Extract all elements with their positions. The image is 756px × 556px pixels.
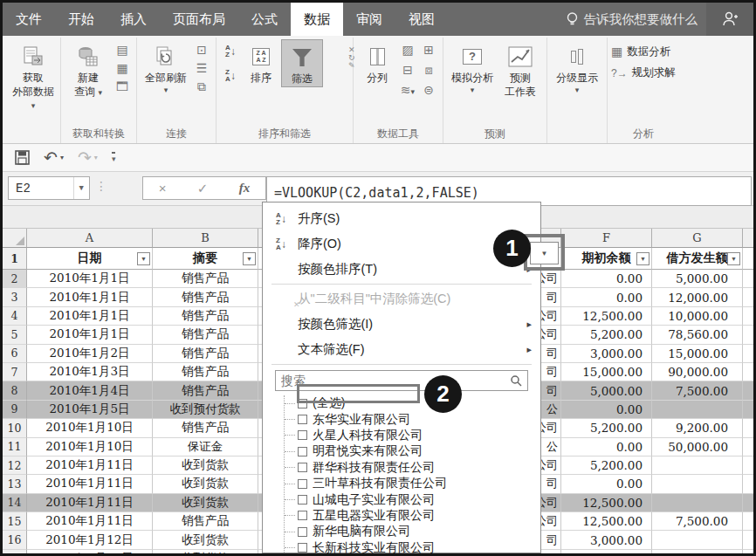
row-number[interactable]: 8 xyxy=(3,381,27,400)
cell-opening-balance[interactable]: 12,500.00 xyxy=(561,512,652,531)
insert-function-button[interactable]: fx xyxy=(239,181,251,196)
column-header-f[interactable]: F xyxy=(561,229,652,248)
cancel-button[interactable]: × xyxy=(159,181,167,196)
cell-summary[interactable]: 销售产品 xyxy=(153,512,258,531)
cell-opening-balance[interactable]: 0.00 xyxy=(561,288,652,306)
consolidate-icon[interactable]: ⊞ xyxy=(423,44,434,58)
cell-opening-balance[interactable]: 3,000.00 xyxy=(561,531,652,549)
cell-opening-balance[interactable]: 0.00 xyxy=(561,475,652,493)
cell-summary[interactable]: 收到货款 xyxy=(153,550,258,553)
ribbon-tab[interactable]: 视图 xyxy=(395,3,448,36)
get-external-data-button[interactable]: 获取 外部数据 ▾ xyxy=(10,39,57,113)
data-analysis-button[interactable]: ▦ 数据分析 xyxy=(611,45,676,59)
column-header-h[interactable] xyxy=(743,229,753,248)
cell-date[interactable]: 2010年1月3日 xyxy=(27,363,153,381)
row-number[interactable]: 11 xyxy=(3,438,27,456)
save-button[interactable] xyxy=(15,150,30,165)
filter-dropdown-summary[interactable]: ▼ xyxy=(243,252,256,265)
cell-summary[interactable]: 销售产品 xyxy=(153,288,258,306)
row-number[interactable]: 17 xyxy=(3,550,27,553)
cell-summary[interactable]: 收到货款 xyxy=(153,475,258,493)
menu-item-sort-ascending[interactable]: AZ↓ 升序(S) xyxy=(263,206,540,231)
row-number[interactable]: 6 xyxy=(3,345,27,363)
cell-debit-amount[interactable]: 78,560.00 xyxy=(652,326,743,344)
cell-date[interactable]: 2010年1月11日 xyxy=(27,494,153,512)
ribbon-tab[interactable]: 开始 xyxy=(55,3,107,36)
from-table-icon[interactable]: ▦ xyxy=(116,62,127,76)
filter-checkbox-item[interactable]: 三叶草科技有限责任公司 xyxy=(285,476,528,491)
cell-debit-amount[interactable]: 15,000.00 xyxy=(652,345,743,363)
menu-item-text-filters[interactable]: 文本筛选(F) ▸ xyxy=(263,337,540,362)
cell-date[interactable]: 2010年1月11日 xyxy=(27,512,153,531)
cell-date[interactable]: 2010年1月11日 xyxy=(27,475,153,493)
checkbox-icon[interactable] xyxy=(298,447,307,456)
sort-descending-icon[interactable]: ZA↓ xyxy=(225,69,236,83)
cell-date[interactable]: 2010年1月1日 xyxy=(27,307,153,326)
name-box-caret[interactable]: ▼ xyxy=(73,177,89,199)
cell-summary[interactable]: 收到货款 xyxy=(153,456,258,475)
show-queries-icon[interactable]: ▤ xyxy=(116,44,127,58)
cell-date[interactable]: 2010年1月13日 xyxy=(27,550,153,553)
menu-item-clear-filter[interactable]: ✕ 从"二级科目"中清除筛选(C) xyxy=(263,286,540,312)
manage-data-model-icon[interactable]: ⊜ xyxy=(423,84,434,98)
cell-debit-amount[interactable] xyxy=(652,475,743,493)
header-cell-summary[interactable]: 摘要 ▼ xyxy=(153,248,258,270)
cell-opening-balance[interactable]: 15,000.00 xyxy=(561,363,652,381)
filter-dropdown-account[interactable]: ▼ xyxy=(530,242,559,264)
cell-date[interactable]: 2010年1月12日 xyxy=(27,531,153,549)
filter-button[interactable]: 筛选 xyxy=(281,39,323,87)
row-number[interactable]: 12 xyxy=(3,456,27,475)
cell-debit-amount[interactable] xyxy=(652,401,743,419)
filter-checkbox-item[interactable]: 新华电脑有限公司 xyxy=(285,524,528,539)
checkbox-icon[interactable] xyxy=(298,479,307,489)
row-number[interactable]: 4 xyxy=(3,307,27,326)
checkbox-icon[interactable] xyxy=(298,495,307,505)
cell-debit-amount[interactable] xyxy=(652,550,743,553)
ribbon-tab[interactable]: 文件 xyxy=(3,3,55,36)
select-all-corner[interactable] xyxy=(3,229,27,248)
ribbon-tab[interactable]: 数据 xyxy=(291,3,343,36)
cell-debit-amount[interactable] xyxy=(652,494,743,512)
cell-debit-amount[interactable]: 7,500.00 xyxy=(652,381,743,400)
refresh-all-button[interactable]: 全部刷新 ▾ xyxy=(141,39,191,95)
cell-summary[interactable]: 销售产品 xyxy=(153,270,258,288)
new-query-button[interactable]: 新建 查询 ▾ xyxy=(65,39,112,99)
cell-date[interactable]: 2010年1月10日 xyxy=(27,438,153,456)
cell-summary[interactable]: 收到货款 xyxy=(153,494,258,512)
row-number[interactable]: 13 xyxy=(3,475,27,493)
row-number[interactable]: 16 xyxy=(3,531,27,549)
cell-opening-balance[interactable]: 3,000.00 xyxy=(561,345,652,363)
cell-summary[interactable]: 销售产品 xyxy=(153,307,258,326)
cell-summary[interactable]: 收到预付货款 xyxy=(153,401,258,419)
cell-date[interactable]: 2010年1月1日 xyxy=(27,270,153,288)
cell-opening-balance[interactable]: 5,200.00 xyxy=(561,456,652,475)
name-box[interactable]: E2 ▼ xyxy=(8,176,90,200)
forecast-sheet-button[interactable]: 预测 工作表 xyxy=(498,39,543,99)
cell-debit-amount[interactable]: 7,500.00 xyxy=(652,512,743,531)
cell-date[interactable]: 2010年1月1日 xyxy=(27,326,153,344)
relationships-icon[interactable]: ⧈ xyxy=(425,64,433,78)
header-cell-date[interactable]: 日期 ▼ xyxy=(27,248,153,270)
ribbon-tab[interactable]: 插入 xyxy=(107,3,160,36)
column-header-a[interactable]: A xyxy=(27,229,153,248)
edit-links-icon[interactable]: ⧉ xyxy=(197,80,206,94)
column-header-b[interactable]: B xyxy=(153,229,258,248)
cell-opening-balance[interactable] xyxy=(561,550,652,553)
cell-date[interactable]: 2010年1月5日 xyxy=(27,401,153,419)
checkbox-icon[interactable] xyxy=(298,527,307,537)
row-number[interactable]: 5 xyxy=(3,326,27,344)
row-number[interactable]: 2 xyxy=(3,270,27,288)
filter-checkbox-item[interactable]: 山城电子实业有限公司 xyxy=(285,491,528,507)
outline-button[interactable]: 分级显示 ▾ xyxy=(551,39,603,95)
cell-date[interactable]: 2010年1月11日 xyxy=(27,456,153,475)
text-to-columns-button[interactable]: 分列 xyxy=(357,39,397,86)
cell-summary[interactable]: 销售产品 xyxy=(153,381,258,400)
cell-opening-balance[interactable]: 0.00 xyxy=(561,270,652,288)
checkbox-icon[interactable] xyxy=(298,543,307,553)
row-number[interactable]: 14 xyxy=(3,494,27,512)
cell-summary[interactable]: 销售产品 xyxy=(153,326,258,344)
checkbox-icon[interactable] xyxy=(298,430,307,440)
header-cell-opening[interactable]: 期初余额 ▼ xyxy=(561,248,652,270)
share-button[interactable] xyxy=(706,3,753,36)
undo-button[interactable]: ↶▾ xyxy=(44,148,64,168)
